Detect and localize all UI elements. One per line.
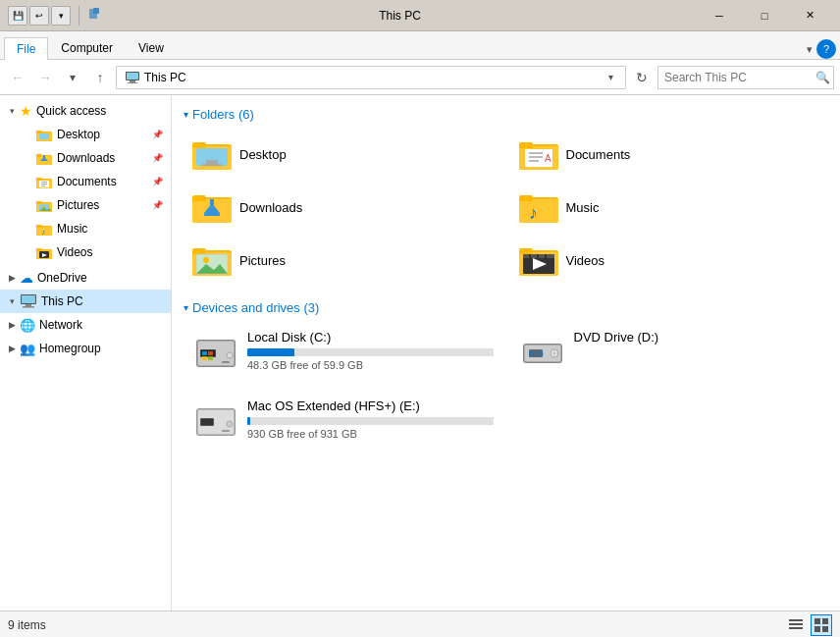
network-label: Network [39, 318, 82, 332]
svg-rect-111 [814, 626, 820, 632]
onedrive-header[interactable]: ▶ ☁ OneDrive [0, 266, 171, 290]
window-title: This PC [107, 9, 693, 23]
address-chevron-icon[interactable]: ▾ [604, 72, 617, 82]
back-button[interactable]: ← [6, 66, 29, 89]
ribbon: File Computer View ▾ ? [0, 31, 840, 60]
address-path[interactable]: This PC ▾ [116, 66, 626, 89]
folder-item-documents[interactable]: A Documents [510, 130, 829, 179]
minimize-button[interactable]: ─ [697, 0, 742, 31]
videos-folder-icon [35, 243, 53, 261]
videos-label: Videos [57, 245, 92, 259]
music-folder-label: Music [566, 200, 600, 215]
folder-item-videos[interactable]: Videos [510, 236, 829, 285]
sidebar-item-desktop[interactable]: Desktop 📌 [0, 123, 171, 146]
tab-file[interactable]: File [4, 37, 48, 60]
svg-rect-21 [41, 186, 45, 186]
qat-save-btn[interactable]: 💾 [8, 6, 27, 26]
music-folder-icon: ♪ [35, 220, 53, 238]
folder-item-music[interactable]: ♪ Music [510, 183, 829, 232]
sidebar-item-documents[interactable]: Documents 📌 [0, 170, 171, 193]
local-disk-c-name: Local Disk (C:) [247, 330, 494, 345]
device-item-d[interactable]: DVD DVD Drive (D:) [510, 323, 829, 384]
thispc-icon [20, 292, 37, 310]
dropdown-recent-button[interactable]: ▾ [61, 66, 84, 89]
titlebar-separator [79, 6, 79, 26]
folder-item-downloads[interactable]: Downloads [184, 183, 502, 232]
svg-rect-39 [26, 304, 31, 306]
svg-text:DVD: DVD [529, 350, 544, 357]
pictures-label: Pictures [57, 198, 99, 212]
qat-dropdown-btn[interactable]: ▾ [51, 6, 71, 26]
pictures-folder-label: Pictures [239, 253, 286, 268]
quick-access-toolbar: 💾 ↩ ▾ [8, 6, 71, 26]
documents-folder-large-icon: A [519, 136, 558, 172]
mac-drive-e-info: Mac OS Extended (HFS+) (E:) 930 GB free … [247, 398, 494, 440]
svg-rect-5 [128, 82, 137, 83]
mac-drive-e-name: Mac OS Extended (HFS+) (E:) [247, 398, 494, 413]
svg-rect-106 [789, 619, 803, 621]
search-input[interactable] [664, 71, 812, 84]
sidebar-item-pictures[interactable]: Pictures 📌 [0, 193, 171, 217]
sidebar-item-videos[interactable]: Videos [0, 240, 171, 264]
thispc-label: This PC [41, 294, 83, 308]
svg-point-104 [227, 421, 233, 427]
downloads-folder-label: Downloads [239, 200, 302, 215]
documents-label: Documents [57, 175, 117, 188]
folders-toggle-icon[interactable]: ▾ [184, 109, 188, 120]
addressbar: ← → ▾ ↑ This PC ▾ ↻ 🔍 [0, 60, 840, 95]
svg-rect-49 [519, 142, 533, 148]
up-button[interactable]: ↑ [88, 66, 112, 89]
svg-point-69 [203, 257, 209, 263]
forward-button[interactable]: → [33, 66, 57, 89]
devices-toggle-icon[interactable]: ▾ [184, 302, 188, 313]
homegroup-header[interactable]: ▶ 👥 Homegroup [0, 337, 171, 360]
svg-rect-60 [204, 213, 220, 216]
svg-rect-103 [201, 419, 213, 425]
window-controls: ─ □ ✕ [697, 0, 832, 31]
svg-rect-91 [222, 361, 230, 363]
mac-drive-e-size: 930 GB free of 931 GB [247, 428, 494, 440]
quick-access-header[interactable]: ▾ ★ Quick access [0, 99, 171, 123]
tab-view[interactable]: View [126, 36, 177, 59]
homegroup-icon: 👥 [20, 342, 35, 356]
search-icon: 🔍 [815, 71, 830, 84]
network-expand-icon: ▶ [4, 317, 20, 333]
path-text: This PC [144, 71, 186, 84]
svg-rect-34 [36, 248, 42, 251]
desktop-expand-btn [20, 127, 35, 142]
statusbar: 9 items [0, 610, 840, 637]
device-item-c[interactable]: Local Disk (C:) 48.3 GB free of 59.9 GB [184, 323, 502, 384]
search-box[interactable]: 🔍 [657, 66, 834, 89]
pc-icon [125, 70, 140, 85]
network-header[interactable]: ▶ 🌐 Network [0, 313, 171, 337]
device-item-e[interactable]: Mac OS Extended (HFS+) (E:) 930 GB free … [184, 392, 502, 452]
maximize-button[interactable]: □ [742, 0, 787, 31]
ribbon-collapse-btn[interactable]: ▾ [807, 43, 813, 56]
onedrive-cloud-icon: ☁ [20, 270, 33, 286]
svg-rect-78 [531, 254, 537, 258]
pictures-expand-btn [20, 197, 35, 213]
tiles-view-button[interactable] [811, 614, 832, 636]
sidebar-item-music[interactable]: ♪ Music [0, 217, 171, 240]
close-button[interactable]: ✕ [787, 0, 832, 31]
folder-item-desktop[interactable]: Desktop [184, 130, 502, 179]
svg-rect-63 [519, 195, 533, 201]
local-disk-c-bar-fill [247, 348, 294, 356]
help-button[interactable]: ? [816, 39, 836, 59]
svg-rect-17 [36, 178, 42, 181]
folder-item-pictures[interactable]: Pictures [184, 236, 502, 285]
svg-rect-88 [202, 356, 207, 360]
refresh-button[interactable]: ↻ [630, 66, 654, 89]
details-view-button[interactable] [785, 614, 807, 636]
tab-computer[interactable]: Computer [48, 36, 126, 59]
svg-text:♪: ♪ [41, 228, 45, 236]
music-expand-btn [20, 221, 35, 237]
svg-rect-52 [529, 156, 543, 158]
quick-access-expand-icon: ▾ [4, 103, 20, 119]
mac-drive-e-bar-bg [247, 417, 494, 425]
sidebar-item-thispc[interactable]: ▾ This PC [0, 290, 171, 313]
qat-undo-btn[interactable]: ↩ [29, 6, 49, 26]
pictures-folder-icon [35, 196, 53, 214]
sidebar-item-downloads[interactable]: Downloads 📌 [0, 146, 171, 170]
svg-point-90 [227, 352, 233, 358]
